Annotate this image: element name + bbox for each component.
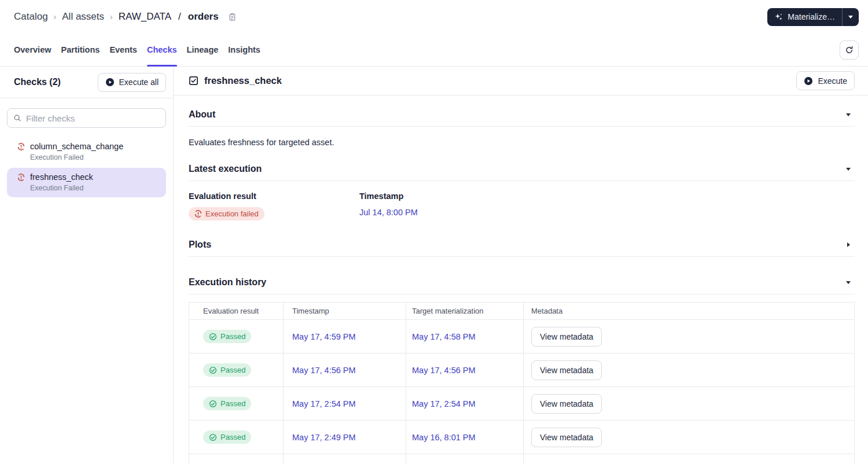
chevron-right-icon [847,242,850,247]
check-item-row: column_schema_change [17,142,159,151]
table-row: Passed May 17, 2:54 PM May 17, 2:54 PM V… [189,387,855,421]
checks-sidebar: Checks (2) Execute all [0,67,174,463]
table-row: Passed May 17, 4:56 PM May 17, 4:56 PM V… [189,353,855,387]
column-header-evaluation-result: Evaluation result [189,303,284,320]
passed-badge: Passed [203,363,251,377]
refresh-button[interactable] [840,40,859,60]
section-title-plots: Plots [189,240,211,250]
check-circle-icon [209,433,217,441]
passed-badge: Passed [203,330,251,343]
filter-checks-input[interactable] [26,113,160,123]
target-materialization-link[interactable]: May 17, 2:54 PM [412,399,476,408]
check-status: Execution Failed [30,153,159,161]
content: Checks (2) Execute all [0,67,868,463]
tab-partitions[interactable]: Partitions [61,34,100,66]
check-detail-panel: freshness_check Execute About [174,67,868,463]
section-history-head: Execution history [189,276,855,289]
execution-history-table: Evaluation result Timestamp Target mater… [189,302,855,463]
table-header-row: Evaluation result Timestamp Target mater… [189,303,855,320]
section-plots: Plots [189,238,855,257]
breadcrumb: Catalog › All assets › RAW_DATA / orders [14,11,237,23]
top-bar: Catalog › All assets › RAW_DATA / orders… [0,0,868,34]
timestamp-link[interactable]: May 17, 4:59 PM [292,332,356,341]
column-header-timestamp: Timestamp [284,303,406,320]
collapse-execution-history-button[interactable] [842,276,855,289]
execution-failed-icon [17,174,25,181]
check-item-row: freshness_check [17,172,159,182]
about-description: Evaluates freshness for targeted asset. [189,138,855,147]
table-row: Passed May 17, 2:49 PM May 16, 8:01 PM V… [189,421,855,454]
check-list-item-column-schema-change[interactable]: column_schema_change Execution Failed [7,137,166,167]
check-circle-icon [209,366,217,374]
tab-checks[interactable]: Checks [147,34,177,66]
section-about-head: About [189,108,855,121]
materialize-button[interactable]: Materialize… [767,8,842,26]
divider [189,256,855,257]
execute-label: Execute [818,76,847,86]
column-header-target-materialization: Target materialization [406,303,524,320]
tab-events[interactable]: Events [109,34,137,66]
checks-count-title: Checks (2) [14,77,61,87]
target-materialization-link[interactable]: May 17, 4:58 PM [412,332,476,341]
view-metadata-button[interactable]: View metadata [531,327,602,347]
collapse-latest-execution-button[interactable] [842,163,855,175]
passed-badge-label: Passed [220,366,245,374]
section-latest-head: Latest execution [189,163,855,175]
play-circle-icon [804,76,813,86]
section-latest-execution: Latest execution Evaluation result [189,163,855,220]
latest-execution-fields: Evaluation result Execution failed [189,192,855,220]
materialize-split-button: Materialize… [767,8,859,26]
evaluation-result-field: Evaluation result Execution failed [189,192,359,220]
breadcrumb-catalog[interactable]: Catalog [14,11,48,23]
passed-badge-label: Passed [220,433,245,441]
target-materialization-link[interactable]: May 16, 8:01 PM [412,433,476,442]
page-title: freshness_check [204,75,282,86]
search-icon [13,114,21,122]
breadcrumb-all-assets[interactable]: All assets [62,11,104,23]
execution-failed-badge-label: Execution failed [205,209,259,218]
sidebar-header: Checks (2) Execute all [0,67,173,98]
view-metadata-button[interactable]: View metadata [531,394,602,414]
play-circle-icon [105,78,115,87]
materialize-label: Materialize… [788,12,835,21]
evaluation-result-label: Evaluation result [189,192,359,201]
tabs: Overview Partitions Events Checks Lineag… [14,34,260,66]
view-metadata-button[interactable]: View metadata [531,428,602,447]
execute-button[interactable]: Execute [796,71,855,90]
check-list-item-freshness-check[interactable]: freshness_check Execution Failed [7,168,166,197]
materialize-dropdown-button[interactable] [842,8,859,26]
tab-overview[interactable]: Overview [14,34,52,66]
passed-badge: Passed [203,430,251,444]
divider [189,126,855,127]
table-row-partial [189,454,855,464]
latest-timestamp-link[interactable]: Jul 14, 8:00 PM [359,208,418,217]
timestamp-label: Timestamp [359,192,418,201]
section-title-about: About [189,109,215,120]
timestamp-field: Timestamp Jul 14, 8:00 PM [359,192,418,220]
clipboard-icon [228,13,237,21]
passed-badge-label: Passed [220,399,245,408]
breadcrumb-separator-icon: › [54,12,57,21]
tab-lineage[interactable]: Lineage [187,34,219,66]
timestamp-link[interactable]: May 17, 4:56 PM [292,366,356,375]
breadcrumb-asset-name: orders [188,11,219,23]
expand-plots-button[interactable] [842,238,855,251]
tab-insights[interactable]: Insights [228,34,260,66]
check-name: column_schema_change [30,142,123,151]
timestamp-link[interactable]: May 17, 2:54 PM [292,399,356,408]
check-detail-body: About Evaluates freshness for targeted a… [174,95,868,463]
collapse-about-button[interactable] [842,108,855,121]
asset-tabs-bar: Overview Partitions Events Checks Lineag… [0,34,868,67]
divider [189,294,855,294]
breadcrumb-asset-group[interactable]: RAW_DATA [119,11,171,23]
copy-asset-name-icon[interactable] [228,13,237,21]
execute-all-button[interactable]: Execute all [98,73,166,92]
timestamp-link[interactable]: May 17, 2:49 PM [292,433,356,442]
check-title-wrap: freshness_check [189,75,282,86]
target-materialization-link[interactable]: May 17, 4:56 PM [412,366,476,375]
passed-badge: Passed [203,397,251,410]
chevron-down-icon [846,168,851,171]
view-metadata-button[interactable]: View metadata [531,360,602,380]
chevron-down-icon [846,281,851,284]
breadcrumb-separator-icon: › [110,12,113,21]
